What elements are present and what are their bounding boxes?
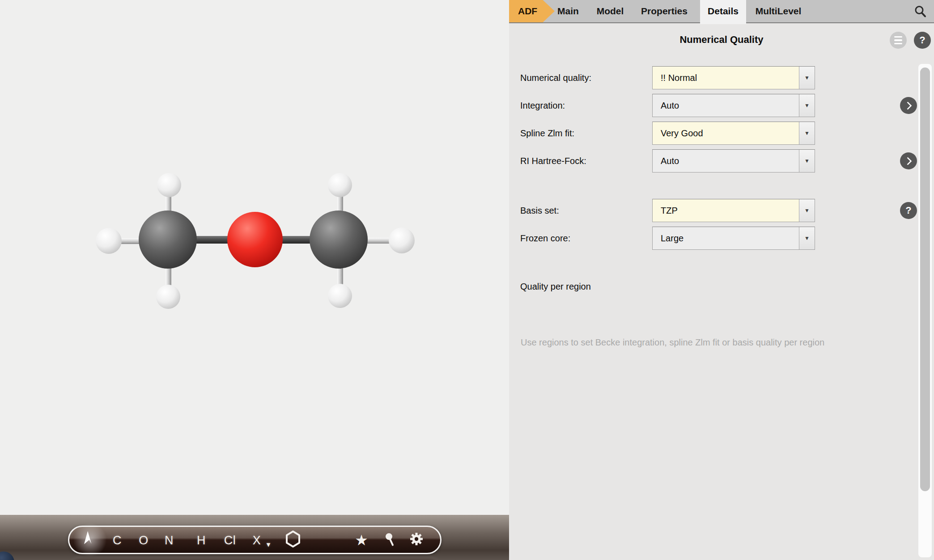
ri-hartree-fock-dropdown[interactable]: Auto ▼ — [652, 149, 815, 173]
question-icon: ? — [919, 35, 925, 45]
tab-adf[interactable]: ADF — [509, 0, 555, 22]
ring-tool-button[interactable] — [285, 530, 301, 550]
spline-zlm-fit-dropdown[interactable]: Very Good ▼ — [652, 122, 815, 145]
pin-icon — [384, 533, 398, 547]
scrollbar-thumb[interactable] — [920, 67, 930, 491]
dropdown-arrow-icon[interactable]: ▼ — [799, 227, 815, 249]
atom-h[interactable] — [328, 284, 352, 308]
atom-h[interactable] — [156, 285, 180, 309]
tab-details[interactable]: Details — [700, 0, 746, 24]
atom-h[interactable] — [389, 227, 415, 253]
basis-set-label: Basis set: — [520, 199, 559, 222]
settings-panel: ADF Main Model Properties Details MultiL… — [509, 0, 934, 560]
chevron-right-icon — [904, 101, 912, 109]
element-button-other[interactable]: X — [253, 534, 261, 547]
atom-o[interactable] — [227, 212, 283, 267]
frozen-core-dropdown[interactable]: Large ▼ — [652, 227, 815, 250]
ring-icon — [285, 530, 301, 548]
element-button-nitrogen[interactable]: N — [165, 534, 174, 547]
chevron-right-icon — [904, 157, 912, 165]
integration-dropdown[interactable]: Auto ▼ — [652, 94, 815, 117]
corner-sphere — [0, 552, 14, 560]
dropdown-arrow-icon[interactable]: ▼ — [799, 122, 815, 144]
ri-hartree-fock-label: RI Hartree-Fock: — [520, 149, 586, 173]
element-button-hydrogen[interactable]: H — [197, 534, 206, 547]
dropdown-arrow-icon[interactable]: ▼ — [799, 150, 815, 172]
scrollbar-track[interactable] — [918, 64, 932, 557]
pointer-tool-button[interactable] — [83, 531, 97, 549]
basis-set-help-button[interactable]: ? — [900, 202, 917, 219]
dropdown-arrow-icon[interactable]: ▼ — [799, 199, 815, 222]
gear-icon — [408, 531, 425, 547]
atom-h[interactable] — [96, 228, 122, 254]
atom-c[interactable] — [139, 211, 197, 269]
tab-bar: ADF Main Model Properties Details MultiL… — [509, 0, 934, 23]
atom-h[interactable] — [157, 173, 181, 197]
frozen-core-label: Frozen core: — [520, 227, 570, 250]
element-button-chlorine[interactable]: Cl — [224, 534, 236, 547]
integration-label: Integration: — [520, 94, 565, 117]
structures-tool-button[interactable]: ★ — [355, 531, 368, 549]
pin-tool-button[interactable] — [384, 533, 398, 547]
menu-button[interactable] — [890, 32, 907, 49]
atom-c[interactable] — [310, 211, 368, 269]
molecule-canvas[interactable] — [0, 0, 509, 560]
question-icon: ? — [905, 206, 911, 215]
search-icon — [914, 5, 927, 18]
tab-main[interactable]: Main — [557, 0, 579, 22]
basis-set-dropdown[interactable]: TZP ▼ — [652, 199, 815, 222]
atom-h[interactable] — [328, 173, 352, 197]
help-button-panel[interactable]: ? — [914, 32, 931, 49]
tab-model[interactable]: Model — [597, 0, 624, 22]
numerical-quality-dropdown[interactable]: !! Normal ▼ — [652, 66, 815, 89]
settings-tool-button[interactable] — [408, 531, 425, 549]
toolbar-reflection — [68, 557, 442, 560]
numerical-quality-label: Numerical quality: — [520, 66, 591, 89]
tab-properties[interactable]: Properties — [641, 0, 688, 22]
search-button[interactable] — [914, 5, 927, 18]
ri-hartree-fock-detail-button[interactable] — [900, 152, 917, 169]
spline-zlm-fit-label: Spline Zlm fit: — [520, 122, 574, 145]
regions-hint-text: Use regions to set Becke integration, sp… — [521, 337, 824, 348]
dropdown-arrow-icon[interactable]: ▼ — [799, 67, 815, 89]
panel-title: Numerical Quality — [509, 34, 934, 46]
tab-multilevel[interactable]: MultiLevel — [756, 0, 802, 22]
hamburger-icon — [894, 36, 902, 45]
viewer-bottom-band: C O N H Cl X ▾ ★ — [0, 515, 509, 560]
element-dropdown-caret-icon[interactable]: ▾ — [267, 540, 271, 549]
element-button-carbon[interactable]: C — [113, 534, 122, 547]
integration-detail-button[interactable] — [900, 97, 917, 114]
3d-viewer[interactable]: C O N H Cl X ▾ ★ — [0, 0, 509, 560]
quality-per-region-label: Quality per region — [520, 282, 591, 292]
dropdown-arrow-icon[interactable]: ▼ — [799, 94, 815, 117]
pointer-icon — [83, 531, 97, 547]
element-button-oxygen[interactable]: O — [139, 534, 149, 547]
